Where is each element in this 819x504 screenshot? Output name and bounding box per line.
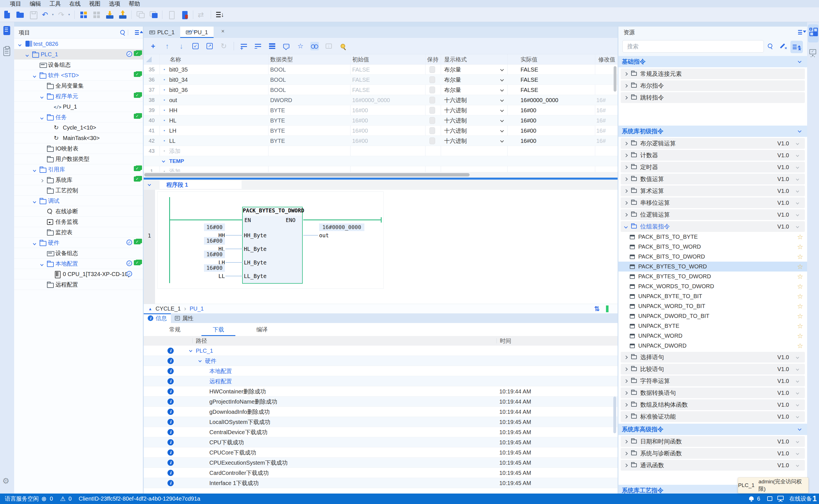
menu-item[interactable]: 编辑 — [29, 0, 41, 7]
instruction-item[interactable]: 选择语句 V1.0 ☆ — [621, 352, 805, 363]
var-name[interactable]: 添加 — [169, 146, 180, 156]
sort-download-icon[interactable]: ↓ — [216, 10, 224, 19]
project-search-icon[interactable] — [120, 30, 125, 35]
tree-expand-icon[interactable] — [41, 114, 46, 120]
favorite-star-icon[interactable]: ☆ — [797, 242, 803, 252]
tree-item[interactable]: 任务监视 ✓ ✓ — [14, 217, 143, 227]
log-message[interactable]: gProjectInfoName删除成功 — [209, 397, 277, 407]
group-collapse-icon[interactable] — [798, 129, 801, 133]
tree-item[interactable]: 引用库 ✓ ✓ — [14, 164, 143, 175]
tree-expand-icon[interactable] — [41, 93, 46, 100]
tree-expand-icon[interactable] — [19, 41, 24, 47]
format-dropdown-icon[interactable] — [500, 68, 504, 71]
favorites-filter-button[interactable]: ★ — [790, 41, 803, 53]
var-init-value[interactable]: FALSE — [352, 75, 370, 85]
favorite-star-icon[interactable]: ☆ — [797, 311, 803, 321]
instruction-item[interactable]: PACK_BITS_TO_DWORD ☆ — [618, 252, 807, 262]
notification-bell-icon[interactable] — [749, 496, 754, 500]
tree-item[interactable]: 程序单元 ✓ ✓ — [14, 91, 143, 102]
menu-item[interactable]: 项目 — [10, 0, 22, 7]
comment-icon[interactable] — [283, 44, 289, 48]
modify-value[interactable]: 16# — [596, 136, 606, 146]
group-collapse-icon[interactable] — [798, 427, 801, 431]
tree-expand-icon[interactable] — [41, 260, 46, 267]
favorite-star-icon[interactable]: ☆ — [797, 331, 803, 341]
output-actual-value[interactable]: 16#0000_0000 — [319, 223, 364, 231]
var-type[interactable]: BOOL — [270, 64, 286, 75]
section-chevron-icon[interactable] — [162, 159, 165, 162]
variable-row[interactable]: 1 • 添加 — [144, 166, 618, 172]
upload-from-plc-icon[interactable] — [118, 10, 127, 19]
group-header[interactable]: 系统库初级指令 — [618, 126, 807, 137]
format-dropdown-icon[interactable] — [500, 108, 504, 112]
var-init-value[interactable]: 16#00 — [352, 126, 368, 136]
item-expand-icon[interactable] — [624, 415, 628, 419]
instruction-item[interactable]: UNPACK_BYTE_TO_BIT ☆ — [618, 291, 807, 301]
var-type[interactable]: BYTE — [270, 115, 285, 126]
move-down-icon[interactable]: ↓ — [180, 42, 183, 50]
tree-expand-icon[interactable] — [33, 62, 39, 68]
add-variable-icon[interactable]: + — [151, 42, 155, 50]
redo-dropdown-caret[interactable]: ▾ — [68, 13, 70, 16]
insert-row-icon[interactable] — [241, 44, 247, 48]
var-name[interactable]: TEMP — [169, 156, 184, 166]
item-expand-icon[interactable] — [624, 464, 628, 467]
var-name[interactable]: LH — [169, 126, 177, 136]
log-message[interactable]: LocalIOSystem下载成功 — [209, 417, 270, 427]
format-dropdown-icon[interactable] — [500, 78, 504, 81]
favorite-star-icon[interactable]: ☆ — [797, 281, 803, 291]
instruction-item[interactable]: PACK_BITS_TO_BYTE ☆ — [618, 232, 807, 242]
instruction-item[interactable]: UNPACK_WORD_TO_BIT ☆ — [618, 301, 807, 311]
modify-value[interactable]: 16# — [596, 105, 606, 115]
var-name[interactable]: bit0_36 — [169, 85, 188, 95]
display-format[interactable]: 布尔量 — [444, 75, 461, 85]
instruction-item[interactable]: 布尔逻辑运算 V1.0 ☆ — [621, 138, 805, 149]
var-name[interactable]: bit0_35 — [169, 64, 188, 75]
table-vertical-scrollbar[interactable] — [614, 66, 616, 92]
tree-expand-icon[interactable] — [41, 281, 46, 288]
modify-value[interactable]: 16# — [596, 95, 606, 105]
online-device-icon[interactable] — [777, 496, 784, 500]
version-dropdown-icon[interactable] — [796, 201, 799, 204]
variable-row[interactable]: 41 • LH BYTE 16#00 十六进制 16#00 16# — [144, 126, 618, 136]
instruction-item[interactable]: 日期和时间函数 V1.0 ☆ — [621, 436, 805, 447]
favorite-icon[interactable]: ☆ — [297, 42, 304, 50]
instruction-item[interactable]: 数据转换语句 V1.0 ☆ — [621, 387, 805, 398]
group-collapse-icon[interactable] — [798, 59, 801, 63]
instruction-item[interactable]: 布尔指令 ☆ — [621, 80, 805, 91]
collapse-panel-icon[interactable]: ▲ — [148, 307, 152, 311]
instruction-item[interactable]: 跳转指令 ☆ — [621, 92, 805, 103]
tree-item[interactable]: 用户数据类型 ✓ ✓ — [14, 154, 143, 164]
output-variable[interactable]: out — [319, 232, 329, 238]
instruction-item[interactable]: UNPACK_BYTE ☆ — [618, 321, 807, 331]
log-message[interactable]: CPU下载成功 — [209, 437, 244, 447]
favorite-star-icon[interactable]: ☆ — [797, 252, 803, 262]
hold-checkbox[interactable] — [429, 127, 435, 134]
find-icon[interactable] — [341, 44, 345, 48]
fbd-canvas[interactable]: PACK_BYTES_TO_DWORD EN ENO 16#00 HH HH_B… — [155, 190, 618, 304]
tab-info[interactable]: i 信息 — [144, 313, 171, 323]
instruction-item[interactable]: 计数器 V1.0 ☆ — [621, 150, 805, 161]
item-expand-icon[interactable] — [624, 189, 628, 193]
var-name[interactable]: HL — [169, 115, 177, 126]
hold-checkbox[interactable] — [429, 107, 435, 114]
display-format[interactable]: 十六进制 — [444, 95, 467, 105]
instruction-item[interactable]: 数组及结构体函数 V1.0 ☆ — [621, 399, 805, 410]
tree-item[interactable]: test_0826 ✓ ✓ — [14, 39, 143, 49]
tree-item[interactable]: 调试 ✓ ✓ — [14, 196, 143, 206]
item-expand-icon[interactable] — [624, 367, 628, 371]
instruction-item[interactable]: 算术运算 V1.0 ☆ — [621, 186, 805, 196]
favorite-star-icon[interactable]: ☆ — [797, 291, 803, 301]
export-variables-icon[interactable]: ↗ — [207, 43, 213, 49]
tree-expand-icon[interactable] — [41, 219, 46, 225]
info-subtab[interactable]: 编译 — [245, 323, 279, 336]
var-name[interactable]: bit0_34 — [169, 75, 188, 85]
group-header[interactable]: 系统库高级指令 — [618, 424, 807, 435]
instruction-item[interactable]: UNPACK_DWORD ☆ — [618, 341, 807, 351]
tree-expand-icon[interactable] — [33, 240, 39, 246]
tree-expand-icon[interactable] — [41, 208, 46, 215]
tree-item[interactable]: 设备组态 ✓ ✓ — [14, 60, 143, 70]
tree-item[interactable]: 设备组态 ✓ ✓ — [14, 248, 143, 259]
instruction-item[interactable]: 定时器 V1.0 ☆ — [621, 162, 805, 173]
format-dropdown-icon[interactable] — [500, 119, 504, 122]
